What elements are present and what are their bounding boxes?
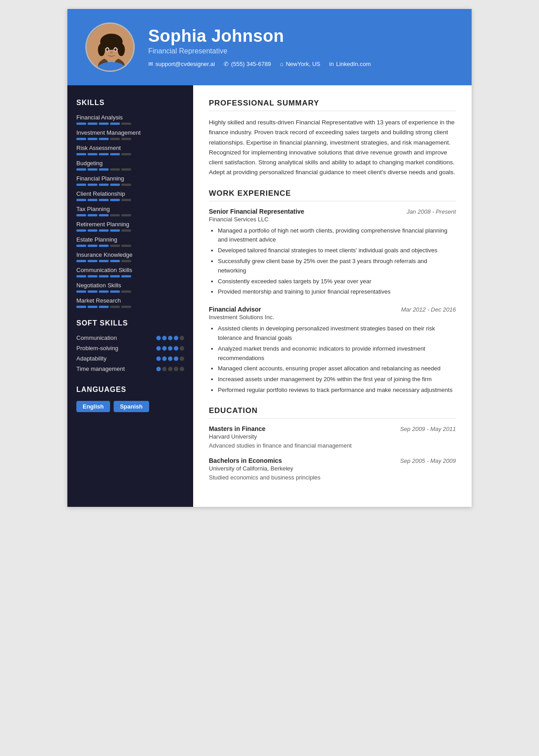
edu-dates: Sep 2005 - May 2009 <box>400 457 456 464</box>
dot-filled <box>162 336 167 340</box>
skill-bar-filled <box>76 229 86 232</box>
bullet-item: Provided mentorship and training to juni… <box>218 287 456 297</box>
skill-bar-filled <box>88 153 97 155</box>
bullet-item: Managed client accounts, ensuring proper… <box>218 364 456 374</box>
skill-item: Risk Assessment <box>76 145 184 155</box>
dot-empty <box>168 367 172 371</box>
candidate-title: Financial Representative <box>148 47 454 55</box>
contact-text: NewYork, US <box>286 61 320 67</box>
skill-name: Investment Management <box>76 129 184 136</box>
location-icon: ⌂ <box>280 61 283 67</box>
language-tag: English <box>76 401 110 412</box>
dot-filled <box>162 356 167 361</box>
dot-filled <box>168 346 172 351</box>
sidebar: SKILLS Financial AnalysisInvestment Mana… <box>67 85 193 507</box>
contact-item-location: ⌂NewYork, US <box>280 61 320 67</box>
skill-item: Client Relationship <box>76 190 184 201</box>
soft-skill-name: Adaptability <box>76 355 106 362</box>
skill-bar-empty <box>121 260 131 262</box>
bullet-item: Assisted clients in developing personali… <box>218 324 456 343</box>
summary-section: PROFESSIONAL SUMMARY Highly skilled and … <box>209 99 456 178</box>
svg-point-11 <box>115 48 117 51</box>
soft-skill-row: Problem-solving <box>76 345 184 352</box>
skill-bar-filled <box>99 153 109 155</box>
contact-text: support@cvdesigner.ai <box>155 61 215 67</box>
job-dates: Jan 2008 - Present <box>406 208 456 215</box>
skill-bar-empty <box>121 229 131 232</box>
skills-title: SKILLS <box>76 99 184 107</box>
skills-section: SKILLS Financial AnalysisInvestment Mana… <box>76 99 184 308</box>
skill-name: Market Research <box>76 297 184 304</box>
skill-item: Estate Planning <box>76 236 184 247</box>
skill-bar-filled <box>110 153 120 155</box>
soft-skill-row: Communication <box>76 334 184 341</box>
job-dates: Mar 2012 - Dec 2016 <box>401 306 456 313</box>
skill-bar-filled <box>99 306 109 308</box>
skill-bar-filled <box>88 123 97 125</box>
edu-block: Bachelors in Economics Sep 2005 - May 20… <box>209 457 456 482</box>
bullet-item: Increased assets under management by 20%… <box>218 375 456 384</box>
skill-bar-filled <box>76 306 86 308</box>
skill-bar-empty <box>121 245 131 247</box>
edu-header: Masters in Finance Sep 2009 - May 2011 <box>209 425 456 432</box>
skill-bar-empty <box>121 290 131 293</box>
skill-bar-filled <box>88 184 97 186</box>
job-header: Senior Financial Representative Jan 2008… <box>209 208 456 215</box>
skill-name: Budgeting <box>76 160 184 167</box>
contact-text: (555) 345-6789 <box>231 61 271 67</box>
resume-page: Sophia Johnson Financial Representative … <box>67 9 472 507</box>
skill-bar-filled <box>99 138 109 140</box>
skill-item: Budgeting <box>76 160 184 171</box>
soft-skill-row: Time management <box>76 365 184 372</box>
skill-bar-filled <box>110 290 120 293</box>
contact-text: LinkedIn.com <box>336 61 371 67</box>
skill-bar-empty <box>121 138 131 140</box>
resume-body: SKILLS Financial AnalysisInvestment Mana… <box>67 85 472 507</box>
skill-bar-empty <box>121 123 131 125</box>
edu-degree: Bachelors in Economics <box>209 457 282 464</box>
skill-bar-filled <box>99 260 109 262</box>
dot-filled <box>156 367 161 371</box>
skill-name: Estate Planning <box>76 236 184 243</box>
phone-icon: ✆ <box>224 61 229 67</box>
bullet-item: Consistently exceeded sales targets by 1… <box>218 277 456 286</box>
dot-filled <box>162 346 167 351</box>
edu-dates: Sep 2009 - May 2011 <box>400 426 456 432</box>
summary-heading: PROFESSIONAL SUMMARY <box>209 99 456 111</box>
svg-point-12 <box>110 52 113 53</box>
skill-bar-empty <box>110 214 120 216</box>
bullet-item: Analyzed market trends and economic indi… <box>218 344 456 363</box>
skill-bar-filled <box>88 199 97 201</box>
contact-item-phone: ✆(555) 345-6789 <box>224 61 271 67</box>
skill-item: Insurance Knowledge <box>76 251 184 262</box>
skill-bar-filled <box>99 245 109 247</box>
skill-name: Negotiation Skills <box>76 282 184 289</box>
skill-bar-filled <box>110 184 120 186</box>
soft-skill-row: Adaptability <box>76 355 184 362</box>
skill-name: Communication Skills <box>76 267 184 273</box>
skill-bar-filled <box>99 123 109 125</box>
bullet-item: Successfully grew client base by 25% ove… <box>218 257 456 276</box>
work-heading: WORK EXPERIENCE <box>209 189 456 202</box>
skill-bar-filled <box>76 184 86 186</box>
language-tags: EnglishSpanish <box>76 401 184 412</box>
resume-header: Sophia Johnson Financial Representative … <box>67 9 472 85</box>
dot-filled <box>156 336 161 340</box>
education-list: Masters in Finance Sep 2009 - May 2011 H… <box>209 425 456 482</box>
soft-skills-section: SOFT SKILLS CommunicationProblem-solving… <box>76 319 184 372</box>
skill-bar-empty <box>121 306 131 308</box>
dot-empty <box>180 356 184 361</box>
bullet-item: Managed a portfolio of high net worth cl… <box>218 226 456 245</box>
skill-bar-filled <box>121 275 131 277</box>
skill-bar-filled <box>110 123 120 125</box>
jobs-list: Senior Financial Representative Jan 2008… <box>209 208 456 395</box>
job-bullets: Managed a portfolio of high net worth cl… <box>209 226 456 297</box>
dot-empty <box>180 367 184 371</box>
skill-bar-filled <box>76 168 86 171</box>
skill-bar-empty <box>121 184 131 186</box>
skill-name: Financial Planning <box>76 175 184 182</box>
education-heading: EDUCATION <box>209 406 456 419</box>
skill-name: Client Relationship <box>76 190 184 197</box>
job-block: Financial Advisor Mar 2012 - Dec 2016 In… <box>209 306 456 395</box>
skill-bar-filled <box>99 184 109 186</box>
